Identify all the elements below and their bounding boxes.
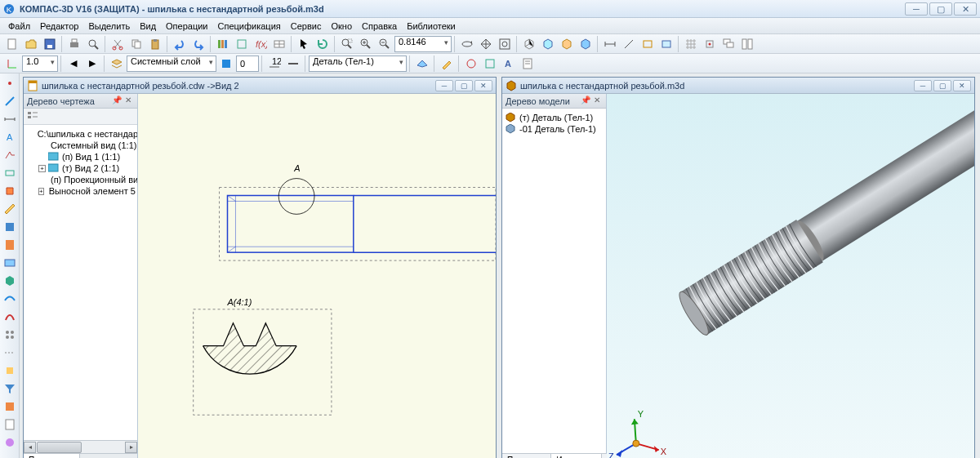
drawing-canvas[interactable]: А А(4:1)	[138, 94, 496, 458]
child-model-titlebar[interactable]: шпилька с нестандартной резьбой.m3d ─ ▢ …	[502, 78, 974, 94]
lt-array-icon[interactable]	[2, 327, 18, 343]
lib2-button[interactable]	[233, 35, 251, 53]
layers-icon[interactable]	[108, 55, 126, 73]
tree-item[interactable]: (п) Проекционный вид 4	[25, 174, 136, 185]
view-rotate-icon[interactable]	[458, 35, 476, 53]
tree-expander[interactable]: +	[38, 188, 44, 195]
libs-button[interactable]	[214, 35, 232, 53]
lt-spec2-icon[interactable]	[2, 398, 18, 415]
orientation-triad[interactable]: X Y Z	[608, 409, 667, 458]
lt-text-icon[interactable]: A	[2, 129, 18, 145]
menu-service[interactable]: Сервис	[286, 20, 327, 33]
lt-report-icon[interactable]	[2, 237, 18, 253]
drawing-tree-pin-icon[interactable]: 📌	[111, 96, 122, 107]
zoom-fit-icon[interactable]	[496, 35, 514, 53]
cursor-icon[interactable]	[295, 35, 313, 53]
menu-window[interactable]: Окно	[326, 20, 357, 33]
tree-tab-build[interactable]: Построение	[24, 454, 80, 458]
lt-measure-icon[interactable]	[2, 201, 18, 217]
text-icon[interactable]: A	[500, 55, 518, 73]
print-button[interactable]	[65, 35, 83, 53]
child-model-min[interactable]: ─	[914, 80, 932, 91]
plane-icon[interactable]	[413, 55, 431, 73]
drawing-tree[interactable]: + С:\шпилька с нестандартно Системный ви…	[24, 125, 137, 440]
step-back-icon[interactable]: ◀	[65, 55, 82, 73]
tree-expander[interactable]: +	[38, 165, 46, 172]
line-icon[interactable]	[620, 35, 638, 53]
cascade-icon[interactable]	[719, 35, 737, 53]
zoom-in-icon[interactable]	[357, 35, 375, 53]
tree-item[interactable]: + С:\шпилька с нестандартно	[25, 128, 136, 140]
coord-icon[interactable]	[3, 55, 21, 73]
pan-icon[interactable]	[477, 35, 495, 53]
sketch-icon[interactable]	[438, 55, 456, 73]
menu-view[interactable]: Вид	[135, 20, 161, 33]
lt-extra-icon[interactable]	[2, 434, 18, 451]
tree-item[interactable]: + Выносной элемент 5 (4:	[25, 185, 136, 197]
tree-item[interactable]: + (т) Вид 2 (1:1)	[25, 162, 136, 174]
view-persp-icon[interactable]	[577, 35, 595, 53]
undo-button[interactable]	[171, 35, 189, 53]
model-tab-build[interactable]: Построе...	[502, 454, 551, 458]
menu-spec[interactable]: Спецификация	[213, 20, 286, 33]
tree-mode-icon[interactable]	[27, 110, 38, 122]
child-drawing-max[interactable]: ▢	[455, 80, 473, 91]
grid-icon[interactable]	[682, 35, 700, 53]
tree-item[interactable]: Системный вид (1:1)	[25, 140, 136, 151]
zoom-out-icon[interactable]	[376, 35, 394, 53]
lt-body-icon[interactable]	[2, 273, 18, 289]
fx-button[interactable]: f(x)	[252, 35, 270, 53]
zoom-window-icon[interactable]	[338, 35, 356, 53]
model-tree[interactable]: (т) Деталь (Тел-1) -01 Деталь (Тел-1)	[502, 109, 606, 453]
lt-point-icon[interactable]	[2, 75, 18, 91]
lt-surface-icon[interactable]	[2, 291, 18, 307]
tree-item[interactable]: (п) Вид 1 (1:1)	[25, 151, 136, 162]
maximize-button[interactable]: ▢	[929, 2, 952, 16]
layer-color-icon[interactable]	[217, 55, 235, 73]
save-button[interactable]	[41, 35, 59, 53]
vars-button[interactable]	[270, 35, 288, 53]
tree-item[interactable]: (т) Деталь (Тел-1)	[504, 112, 604, 123]
child-model-close[interactable]: ✕	[953, 80, 971, 91]
child-drawing-min[interactable]: ─	[435, 80, 453, 91]
lt-param-icon[interactable]	[2, 183, 18, 199]
dim-icon[interactable]	[601, 35, 619, 53]
menu-libraries[interactable]: Библиотеки	[402, 20, 461, 33]
snap-icon[interactable]	[701, 35, 719, 53]
tool-a-icon[interactable]	[462, 55, 480, 73]
minimize-button[interactable]: ─	[905, 2, 928, 16]
refresh-icon[interactable]	[314, 35, 332, 53]
lt-view-icon[interactable]	[2, 255, 18, 271]
step-fwd-icon[interactable]: ▶	[83, 55, 101, 73]
lt-aux-icon[interactable]	[2, 345, 18, 361]
child-model-max[interactable]: ▢	[933, 80, 951, 91]
layer-number-input[interactable]	[236, 56, 259, 72]
child-drawing-close[interactable]: ✕	[474, 80, 492, 91]
tree-hscrollbar[interactable]: ◂ ▸	[24, 440, 137, 453]
drawing-tree-close-icon[interactable]: ✕	[122, 96, 134, 107]
scale-input[interactable]: 1.0	[22, 56, 58, 72]
model-tab-exec[interactable]: Исполне...	[551, 454, 601, 458]
paste-button[interactable]	[146, 35, 164, 53]
tile-icon[interactable]	[738, 35, 756, 53]
menu-file[interactable]: Файл	[3, 20, 35, 33]
child-drawing-titlebar[interactable]: шпилька с нестандартной резьбой.cdw ->Ви…	[24, 78, 496, 94]
redo-button[interactable]	[189, 35, 207, 53]
cut-button[interactable]	[109, 35, 127, 53]
open-button[interactable]	[22, 35, 40, 53]
tree-item[interactable]: -01 Деталь (Тел-1)	[504, 123, 604, 135]
view-shaded-icon[interactable]	[558, 35, 576, 53]
menu-operations[interactable]: Операции	[161, 20, 212, 33]
tool-b-icon[interactable]	[481, 55, 499, 73]
menu-help[interactable]: Справка	[357, 20, 402, 33]
lt-curve-icon[interactable]	[2, 309, 18, 325]
close-button[interactable]: ✕	[954, 2, 977, 16]
part-dropdown[interactable]: Деталь (Тел-1)	[309, 56, 407, 72]
lt-edit-icon[interactable]	[2, 165, 18, 181]
lt-elem-icon[interactable]	[2, 362, 18, 379]
lt-report2-icon[interactable]	[2, 416, 18, 433]
view-wireframe-icon[interactable]	[539, 35, 557, 53]
view-iso-icon[interactable]	[520, 35, 538, 53]
model-tree-pin-icon[interactable]: 📌	[580, 96, 591, 107]
front-icon[interactable]	[657, 35, 675, 53]
